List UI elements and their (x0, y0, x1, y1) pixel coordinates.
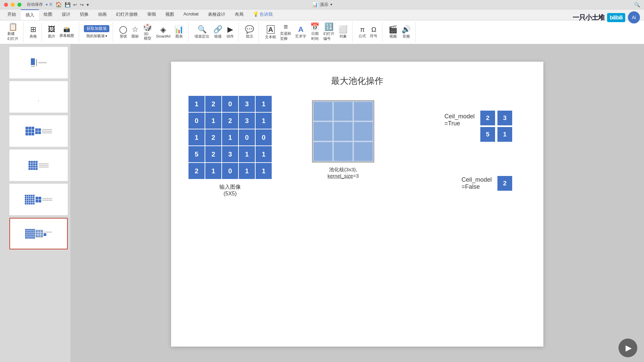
tab-layout[interactable]: 布局 (230, 9, 248, 20)
result-true-cell-1-1: 1 (497, 127, 513, 142)
slide-1-thumb[interactable] (9, 47, 68, 78)
tab-transition[interactable]: 切换 (75, 9, 93, 20)
matrix-cell-0-2: 0 (222, 96, 238, 112)
autosave-toggle[interactable]: ● 关 (46, 2, 53, 7)
redo-icon[interactable]: ↪ (80, 2, 84, 7)
close-button[interactable] (4, 3, 8, 7)
comment-icon: 💬 (245, 26, 254, 33)
window-controls[interactable] (4, 3, 21, 7)
chart-button[interactable]: 📊 图表 (173, 25, 185, 40)
tab-help[interactable]: 💡 告诉我 (248, 9, 278, 20)
slide-5-wrapper: 5 (3, 184, 68, 215)
group-media: 🎬 视频 🔊 音频 (384, 22, 416, 42)
slide-title: 最大池化操作 (171, 75, 543, 87)
zoom-row: 🔍 缩放定位 🔗 链接 ▶ 动作 (193, 25, 235, 40)
video-label: 视频 (389, 34, 397, 39)
new-slide-label: 新建幻灯片 (7, 31, 18, 41)
tab-insert[interactable]: 插入 (21, 9, 39, 20)
my-addins-button[interactable]: 我的加载项 ▾ (85, 33, 109, 39)
shapes-button[interactable]: ◯ 形状 (118, 25, 129, 40)
title-bar: 自动保存 ● 关 🏠 💾 ↩ ↪ ▾ 📊 演示 ▾ 🔍 (0, 0, 644, 9)
tab-animation[interactable]: 动画 (93, 9, 111, 20)
dropdown-icon[interactable]: ▾ (330, 2, 332, 7)
maximize-button[interactable] (17, 3, 21, 7)
slide-2-thumb[interactable] (9, 81, 68, 113)
slide-1-preview (10, 48, 67, 78)
tab-start[interactable]: 开始 (3, 9, 21, 20)
matrix-cell-2-0: 1 (188, 129, 205, 146)
ribbon-content: 📋 新建幻灯片 ⊞ 表格 🖼 图片 📸 屏幕截图 获取加载项 我的加载项 ▾ (0, 20, 644, 44)
icons-button[interactable]: ☆ 图标 (130, 25, 140, 40)
formula-button[interactable]: π 公式 (357, 25, 367, 39)
audio-button[interactable]: 🔊 音频 (400, 25, 412, 40)
zoom-button[interactable]: 🔍 缩放定位 (193, 25, 211, 40)
slide-6-thumb[interactable] (9, 218, 68, 249)
textbox-icon: A (267, 25, 275, 34)
matrix-cell-4-1: 1 (205, 163, 222, 179)
tab-view[interactable]: 视图 (161, 9, 179, 20)
slide-3-thumb[interactable] (9, 115, 68, 147)
action-button[interactable]: ▶ 动作 (225, 25, 235, 40)
undo-icon[interactable]: ↩ (73, 2, 77, 7)
kernel-cell-5 (353, 121, 373, 141)
user-avatar[interactable]: Ai (628, 11, 640, 23)
search-icon[interactable]: 🔍 (634, 2, 640, 7)
screenshot-button[interactable]: 📸 屏幕截图 (58, 25, 75, 39)
slide-5-thumb[interactable] (9, 184, 68, 215)
3d-model-button[interactable]: 🎲 3D模型 (142, 23, 153, 42)
image-button[interactable]: 🖼 图片 (47, 25, 57, 40)
video-button[interactable]: 🎬 视频 (387, 25, 399, 40)
input-matrix-label: 输入图像(5X5) (188, 184, 272, 197)
minimize-button[interactable] (11, 3, 15, 7)
object-button[interactable]: ⬜ 对象 (337, 25, 349, 40)
comment-button[interactable]: 💬 批注 (244, 25, 255, 40)
datetime-button[interactable]: 📅 日期时间 (309, 22, 321, 42)
matrix-cell-1-1: 1 (205, 112, 222, 129)
tab-design[interactable]: 设计 (57, 9, 75, 20)
play-button[interactable]: ▶ (619, 339, 637, 357)
tab-table-design[interactable]: 表格设计 (203, 9, 230, 20)
new-slide-button[interactable]: 📋 新建幻灯片 (6, 22, 20, 42)
group-formula: π 公式 Ω 符号 (354, 22, 382, 42)
matrix-cell-2-1: 2 (205, 129, 222, 146)
smartart-button[interactable]: ◈ SmartArt (155, 25, 172, 39)
link-button[interactable]: 🔗 链接 (212, 25, 224, 40)
symbol-button[interactable]: Ω 符号 (369, 25, 379, 39)
kernel-grid (312, 100, 374, 163)
tab-acrobat[interactable]: Acrobat (179, 9, 203, 20)
kernel-cell-7 (333, 141, 353, 162)
kernel-cell-3 (313, 121, 333, 141)
tab-draw[interactable]: 绘图 (39, 9, 57, 20)
textbox-button[interactable]: A 文本框 (264, 24, 277, 40)
group-table: ⊞ 表格 (25, 22, 42, 42)
table-label: 表格 (30, 34, 37, 39)
header-footer-label: 页眉和页脚 (280, 31, 291, 41)
matrix-cell-3-2: 3 (222, 146, 238, 163)
3d-model-label: 3D模型 (144, 32, 151, 41)
slide-canvas: 最大池化操作 1203101231121005231121011 输入图像(5X… (171, 62, 543, 347)
slide-num-button[interactable]: 🔢 幻灯片编号 (322, 22, 336, 42)
wordart-label: 艺术字 (295, 34, 306, 39)
save-icon[interactable]: 💾 (65, 2, 70, 7)
more-icon[interactable]: ▾ (87, 2, 89, 7)
header-footer-button[interactable]: ≡ 页眉和页脚 (279, 22, 292, 42)
get-addins-button[interactable]: 获取加载项 (84, 25, 109, 32)
kernel-cell-4 (333, 121, 353, 141)
tab-slideshow[interactable]: 幻灯片放映 (111, 9, 143, 20)
zoom-label: 缩放定位 (195, 34, 209, 39)
result-true-grid: 2351 (480, 110, 513, 142)
tab-review[interactable]: 审阅 (143, 9, 161, 20)
group-text: A 文本框 ≡ 页眉和页脚 A 艺术字 📅 日期时间 🔢 幻灯片编号 ⬜ 对象 (260, 22, 353, 43)
audio-icon: 🔊 (401, 26, 411, 33)
image-icon: 🖼 (48, 26, 55, 33)
matrix-cell-1-0: 0 (188, 112, 205, 129)
wordart-button[interactable]: A 艺术字 (294, 25, 308, 40)
matrix-cell-4-4: 1 (255, 163, 272, 179)
table-button[interactable]: ⊞ 表格 (28, 25, 38, 40)
shapes-row: ◯ 形状 ☆ 图标 🎲 3D模型 ◈ SmartArt 📊 图表 (118, 23, 185, 42)
slide-4-thumb[interactable] (9, 149, 68, 181)
zoom-icon: 🔍 (198, 26, 207, 33)
slide-panel: 1 2 (0, 44, 70, 362)
home-icon[interactable]: 🏠 (55, 1, 62, 8)
matrix-cell-3-0: 5 (188, 146, 205, 163)
